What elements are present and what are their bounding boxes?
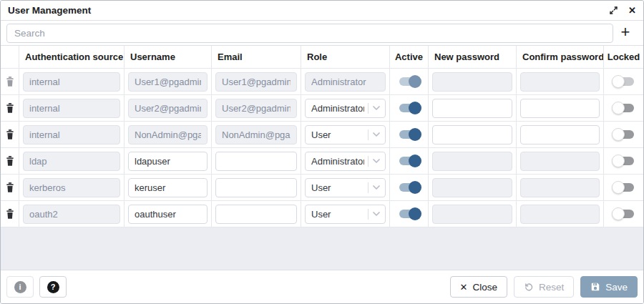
delete-row-button[interactable]	[4, 102, 16, 114]
locked-toggle[interactable]	[612, 101, 636, 115]
locked-toggle	[612, 74, 636, 89]
search-bar: +	[1, 21, 643, 45]
header-email: Email	[212, 46, 301, 68]
table-row: ldap Administrator	[1, 148, 643, 175]
confirm-password-field	[520, 205, 600, 224]
role-select[interactable]: User	[305, 205, 386, 224]
chevron-down-icon	[372, 105, 381, 111]
username-field[interactable]	[128, 178, 208, 197]
table-row: internal Administrator	[1, 95, 643, 122]
new-password-field[interactable]	[432, 125, 512, 144]
table-row: internal Administrator	[1, 69, 643, 95]
new-password-field	[432, 178, 512, 197]
active-toggle[interactable]	[397, 154, 421, 168]
locked-toggle[interactable]	[612, 127, 636, 142]
email-field	[215, 72, 297, 92]
expand-icon[interactable]	[609, 6, 618, 15]
new-password-field	[432, 72, 512, 92]
info-button[interactable]: i	[6, 276, 34, 298]
role-select[interactable]: Administrator	[305, 99, 386, 118]
reset-icon	[524, 282, 534, 292]
header-confirm-password: Confirm password	[517, 46, 604, 68]
search-input[interactable]	[6, 24, 613, 43]
chevron-down-icon	[372, 158, 381, 164]
role-select[interactable]: User	[305, 125, 386, 144]
email-field[interactable]	[215, 178, 297, 197]
active-toggle[interactable]	[397, 207, 421, 221]
role-value: Administrator	[311, 103, 364, 114]
header-username: Username	[125, 46, 212, 68]
locked-toggle[interactable]	[612, 207, 636, 221]
role-select[interactable]: User	[305, 178, 386, 197]
auth-source-field: internal	[23, 72, 120, 92]
delete-row-button	[4, 75, 16, 88]
active-toggle[interactable]	[397, 180, 421, 195]
header-role: Role	[301, 46, 390, 68]
chevron-down-icon	[372, 211, 381, 217]
auth-source-field: ldap	[23, 152, 120, 171]
username-field	[128, 125, 208, 144]
role-value: Administrator	[311, 156, 364, 167]
dialog-titlebar: User Management ✕	[1, 1, 643, 21]
new-password-field	[432, 205, 512, 224]
auth-source-field: internal	[23, 125, 120, 144]
confirm-password-field[interactable]	[520, 125, 600, 144]
email-field[interactable]	[215, 205, 297, 224]
username-field[interactable]	[128, 152, 208, 171]
dialog-footer: i ? ✕ Close Reset	[1, 270, 643, 303]
table-row: kerberos User	[1, 175, 643, 201]
delete-row-button[interactable]	[4, 181, 16, 194]
save-icon	[590, 282, 600, 292]
role-value: User	[311, 182, 364, 193]
add-user-button[interactable]: +	[613, 24, 638, 41]
role-value: User	[311, 209, 364, 220]
role-select[interactable]: Administrator	[305, 152, 386, 171]
save-button: Save	[580, 276, 638, 298]
close-x-icon: ✕	[460, 283, 468, 292]
help-button[interactable]: ?	[39, 276, 67, 298]
role-select: Administrator	[305, 72, 386, 92]
username-field[interactable]	[128, 205, 208, 224]
dialog-title: User Management	[8, 5, 91, 16]
role-value: User	[311, 129, 364, 140]
header-locked: Locked	[604, 46, 643, 68]
locked-toggle[interactable]	[612, 180, 636, 195]
confirm-password-field	[520, 152, 600, 171]
info-icon: i	[14, 281, 26, 293]
reset-button: Reset	[514, 276, 574, 298]
active-toggle[interactable]	[397, 127, 421, 142]
header-new-password: New password	[429, 46, 517, 68]
confirm-password-field	[520, 72, 600, 92]
table-header-row: Authentication source Username Email Rol…	[1, 46, 643, 69]
confirm-password-field[interactable]	[520, 99, 600, 118]
chevron-down-icon	[372, 185, 381, 190]
confirm-password-field	[520, 178, 600, 197]
delete-row-button[interactable]	[4, 128, 16, 141]
chevron-down-icon	[372, 132, 381, 137]
table-row: internal User	[1, 122, 643, 148]
auth-source-field: oauth2	[23, 205, 120, 224]
table-row: oauth2 User	[1, 201, 643, 227]
auth-source-field: internal	[23, 99, 120, 118]
close-button[interactable]: ✕ Close	[450, 276, 507, 298]
auth-source-field: kerberos	[23, 178, 120, 197]
users-table: Authentication source Username Email Rol…	[1, 45, 643, 227]
active-toggle	[397, 74, 421, 89]
empty-area	[1, 227, 643, 270]
new-password-field	[432, 152, 512, 171]
username-field	[128, 72, 208, 92]
close-icon[interactable]: ✕	[628, 6, 636, 15]
username-field	[128, 99, 208, 118]
delete-row-button[interactable]	[4, 155, 16, 167]
email-field[interactable]	[215, 152, 297, 171]
new-password-field[interactable]	[432, 99, 512, 118]
header-auth-source: Authentication source	[19, 46, 125, 68]
locked-toggle[interactable]	[612, 154, 636, 168]
delete-row-button[interactable]	[4, 207, 16, 220]
email-field	[215, 99, 297, 118]
header-active: Active	[390, 46, 429, 68]
active-toggle[interactable]	[397, 101, 421, 115]
header-delete	[1, 46, 19, 68]
email-field	[215, 125, 297, 144]
user-management-dialog: User Management ✕ + Authentication sourc…	[0, 0, 644, 304]
